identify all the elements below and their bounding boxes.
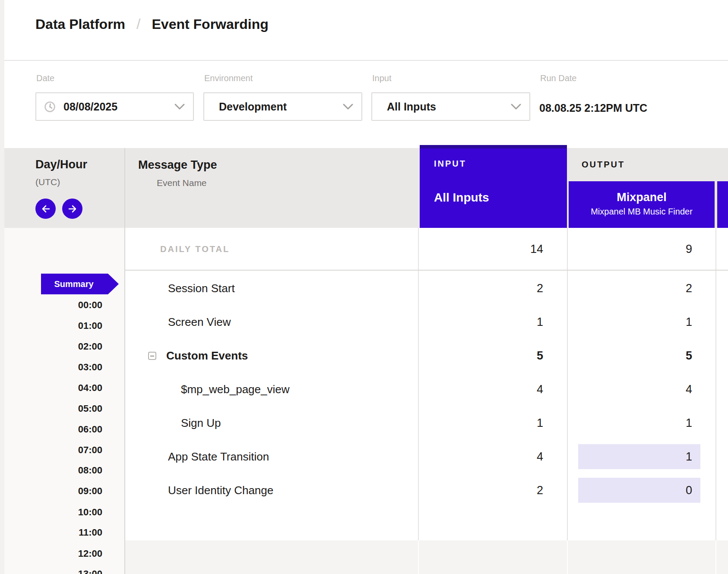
row-input-value: 5 <box>419 339 543 372</box>
chevron-down-icon <box>342 103 354 110</box>
row-label: $mp_web_page_view <box>181 372 290 406</box>
hour-label[interactable]: 13:00 <box>4 564 102 574</box>
hour-label[interactable]: 10:00 <box>4 502 102 523</box>
daily-total-label: DAILY TOTAL <box>160 228 230 271</box>
event-forwarding-screen: Data Platform / Event Forwarding Date 08… <box>0 0 728 574</box>
input-column-name: All Inputs <box>434 191 489 205</box>
row-output-value: 0 <box>686 484 692 497</box>
breadcrumb-separator: / <box>136 16 140 32</box>
arrow-left-icon <box>40 203 51 214</box>
input-column-header[interactable]: INPUT All Inputs <box>420 145 567 228</box>
page-title: Event Forwarding <box>152 16 269 32</box>
environment-dropdown[interactable]: Development <box>203 92 362 121</box>
date-value: 08/08/2025 <box>63 101 117 113</box>
previous-day-button[interactable] <box>35 199 56 219</box>
hour-label[interactable]: 03:00 <box>4 357 102 378</box>
input-dropdown[interactable]: All Inputs <box>371 92 530 121</box>
row-output-value: 5 <box>568 339 692 372</box>
run-date-value: 08.08.25 2:12PM UTC <box>539 102 647 114</box>
row-label: Custom Events <box>166 339 248 372</box>
input-header-eyebrow: INPUT <box>434 159 466 169</box>
breadcrumb: Data Platform / Event Forwarding <box>35 16 269 32</box>
row-input-value: 1 <box>419 305 543 339</box>
output-discrepancy-cell: 1 <box>578 444 700 469</box>
date-dropdown[interactable]: 08/08/2025 <box>35 92 194 121</box>
run-date-label: Run Date <box>540 73 577 83</box>
daily-total-output-value: 9 <box>568 228 692 271</box>
row-output-value: 4 <box>568 372 692 406</box>
summary-label: Summary <box>54 279 93 289</box>
minus-icon <box>150 356 154 356</box>
message-type-title: Message Type <box>138 158 217 172</box>
next-output-column-partial[interactable] <box>717 181 728 228</box>
breadcrumb-section[interactable]: Data Platform <box>35 16 125 32</box>
row-output-value: 1 <box>568 406 692 440</box>
daily-total-input-value: 14 <box>419 228 543 271</box>
date-filter-label: Date <box>36 73 54 83</box>
grid-line <box>715 540 716 574</box>
row-input-value: 1 <box>419 406 543 440</box>
empty-rows-region <box>125 540 728 574</box>
environment-value: Development <box>219 101 287 113</box>
output-discrepancy-cell: 0 <box>578 478 700 503</box>
input-selected-indicator <box>420 145 567 148</box>
chevron-down-icon <box>174 103 185 110</box>
hour-label[interactable]: 05:00 <box>4 398 102 419</box>
row-output-value: 2 <box>568 271 692 305</box>
row-input-value: 4 <box>419 372 543 406</box>
day-hour-title: Day/Hour <box>35 158 87 171</box>
row-output-value: 1 <box>686 450 692 464</box>
left-gutter <box>0 0 4 574</box>
hour-label[interactable]: 12:00 <box>4 543 102 564</box>
output-destination-subtitle: Mixpanel MB Music Finder <box>569 207 715 217</box>
arrow-right-icon <box>67 203 78 214</box>
next-day-button[interactable] <box>62 199 82 219</box>
input-value: All Inputs <box>387 101 436 113</box>
hour-label[interactable]: 11:00 <box>4 522 102 543</box>
row-input-value: 2 <box>419 271 543 305</box>
row-label: Session Start <box>168 271 235 305</box>
hour-label[interactable]: 06:00 <box>4 419 102 440</box>
hour-label[interactable]: 08:00 <box>4 460 102 481</box>
hour-label[interactable]: 07:00 <box>4 440 102 460</box>
row-output-value: 1 <box>568 305 692 339</box>
hour-label[interactable]: 00:00 <box>4 295 102 315</box>
hour-label[interactable]: 09:00 <box>4 481 102 501</box>
row-label: Sign Up <box>181 406 221 440</box>
row-label: App State Transition <box>168 440 269 473</box>
day-hour-subtitle: (UTC) <box>35 177 60 187</box>
hour-label[interactable]: 01:00 <box>4 315 102 336</box>
grid-line <box>418 540 419 574</box>
summary-row-selector[interactable]: Summary <box>41 274 119 294</box>
grid-line <box>567 540 568 574</box>
row-input-value: 4 <box>419 440 543 473</box>
input-filter-label: Input <box>372 73 391 83</box>
row-label: Screen View <box>168 305 231 339</box>
clock-icon <box>44 101 56 113</box>
output-column-header[interactable]: Mixpanel Mixpanel MB Music Finder <box>569 181 715 228</box>
grid-line <box>715 228 716 540</box>
hour-label[interactable]: 02:00 <box>4 336 102 357</box>
collapse-custom-events-icon[interactable] <box>148 352 156 360</box>
chevron-down-icon <box>510 103 522 110</box>
header-divider <box>4 60 728 61</box>
event-name-subtitle: Event Name <box>157 178 207 188</box>
output-header-eyebrow: OUTPUT <box>582 160 625 170</box>
hour-label[interactable]: 04:00 <box>4 378 102 398</box>
row-label: User Identity Change <box>168 473 273 507</box>
output-destination-name: Mixpanel <box>569 191 715 204</box>
environment-filter-label: Environment <box>204 73 253 83</box>
row-input-value: 2 <box>419 473 543 507</box>
hour-column-divider <box>124 148 125 574</box>
